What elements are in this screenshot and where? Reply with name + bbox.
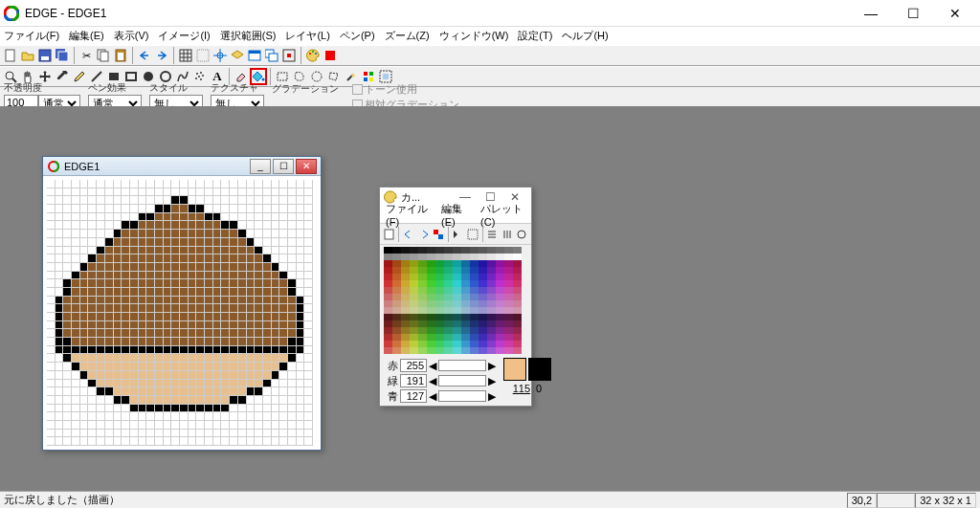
copy-icon[interactable] [95,47,112,64]
palette-menu-file[interactable]: ファイル(F) [386,202,430,228]
palette-menu-palette[interactable]: パレット(C) [480,202,525,228]
svg-point-31 [6,72,13,79]
palette-window: カ... — ☐ ✕ ファイル(F) 編集(E) パレット(C) [379,187,532,407]
minimize-button[interactable]: — [850,0,892,27]
palette-icon[interactable] [304,47,322,64]
pal-undo-icon[interactable] [401,226,415,243]
grid-icon[interactable] [177,47,194,64]
g-input[interactable] [400,374,427,387]
g-label: 緑 [388,374,398,388]
svg-point-46 [312,72,322,81]
svg-rect-30 [325,51,335,60]
menu-file[interactable]: ファイル(F) [4,29,59,43]
svg-point-40 [198,76,200,77]
b-input[interactable] [400,389,427,403]
palette-menu-edit[interactable]: 編集(E) [441,202,469,228]
palette-menubar: ファイル(F) 編集(E) パレット(C) [380,207,531,224]
menu-pen[interactable]: ペン(P) [340,29,375,43]
g-slider[interactable] [438,375,486,387]
pal-pick-icon[interactable] [451,226,465,243]
svg-rect-56 [434,230,438,234]
palette-toolbar [380,224,531,245]
svg-point-27 [309,53,311,55]
svg-rect-52 [383,74,389,79]
pen-effect-label: ペン効果 [88,81,126,95]
child-minimize-button[interactable]: _ [250,159,271,174]
svg-rect-9 [100,52,108,61]
r-label: 赤 [388,359,398,373]
layer-icon[interactable] [229,47,246,64]
svg-rect-17 [197,50,209,61]
pal-sort1-icon[interactable] [484,226,499,243]
menu-layer[interactable]: レイヤ(L) [285,29,329,43]
svg-point-37 [161,72,170,81]
pal-redo-icon[interactable] [416,226,431,243]
maximize-button[interactable]: ☐ [892,0,934,27]
menu-window[interactable]: ウィンドウ(W) [439,29,509,43]
svg-rect-49 [364,77,368,81]
redo-icon[interactable] [153,47,170,64]
svg-rect-3 [6,50,14,61]
menu-image[interactable]: イメージ(I) [158,29,210,43]
svg-rect-35 [126,73,136,80]
fg-swatch[interactable] [503,358,526,381]
svg-point-36 [144,72,153,81]
svg-rect-47 [364,72,368,76]
menu-zoom[interactable]: ズーム(Z) [385,29,430,43]
pixel-canvas[interactable] [47,180,317,446]
menu-select[interactable]: 選択範囲(S) [220,29,277,43]
gradient-label: グラデーション [272,82,339,96]
cut-icon[interactable]: ✂ [78,47,95,64]
svg-point-28 [312,51,314,53]
paste-icon[interactable] [112,47,129,64]
b-slider[interactable] [438,390,486,402]
svg-rect-48 [369,72,373,76]
texture-label: テクスチャ [211,81,258,95]
windows-icon[interactable] [263,47,280,64]
svg-rect-45 [278,73,287,80]
color-swatch-grid[interactable] [384,247,527,354]
r-input[interactable] [400,359,427,372]
menu-help[interactable]: ヘルプ(H) [562,29,608,43]
svg-point-42 [195,77,197,79]
menu-settings[interactable]: 設定(T) [518,29,552,43]
pal-new-icon[interactable] [382,226,396,243]
svg-line-33 [92,72,101,81]
save-all-icon[interactable] [54,47,71,64]
bg-swatch[interactable] [528,358,551,381]
snap-icon[interactable] [212,47,229,64]
main-menubar: ファイル(F) 編集(E) 表示(V) イメージ(I) 選択範囲(S) レイヤ(… [0,27,980,45]
opacity-label: 不透明度 [4,81,42,95]
tone-use-checkbox[interactable]: トーン使用 [352,82,459,97]
pal-sort3-icon[interactable] [514,226,528,243]
canvas-title: EDGE1 [64,161,248,172]
svg-rect-7 [58,52,68,61]
grid2-icon[interactable] [194,47,212,64]
main-titlebar: EDGE - EDGE1 — ☐ ✕ [0,0,980,27]
menu-edit[interactable]: 編集(E) [69,29,104,43]
svg-rect-12 [180,50,191,61]
status-bar: 元に戻しました（描画） 30,2 32 x 32 x 1 [0,491,980,508]
child-close-button[interactable]: ✕ [296,159,317,174]
child-maximize-button[interactable]: ☐ [273,159,294,174]
undo-icon[interactable] [136,47,153,64]
svg-rect-57 [438,234,443,239]
new-file-icon[interactable] [2,47,19,64]
svg-point-39 [200,72,202,74]
color-icon[interactable] [322,47,339,64]
open-file-icon[interactable] [19,47,36,64]
pal-sort2-icon[interactable] [500,226,514,243]
save-icon[interactable] [36,47,54,64]
svg-rect-26 [287,54,291,57]
pal-swap-icon[interactable] [431,226,445,243]
options-bar: 不透明度 通常 ペン効果 通常 スタイル 無し テクスチャ 無し グラデーション… [0,87,980,108]
window-icon[interactable] [246,47,263,64]
pal-select-icon[interactable] [465,226,479,243]
svg-point-29 [315,53,317,55]
svg-rect-22 [249,51,260,54]
style-label: スタイル [149,81,188,95]
close-button[interactable]: ✕ [934,0,976,27]
r-slider[interactable] [438,360,486,371]
position-icon[interactable] [280,47,298,64]
menu-view[interactable]: 表示(V) [114,29,149,43]
